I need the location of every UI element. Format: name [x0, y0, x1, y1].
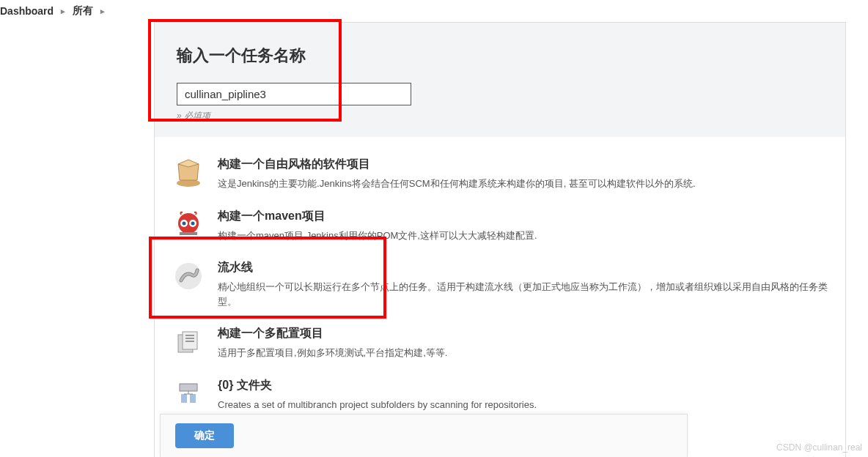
multiconfig-icon: [172, 326, 205, 358]
job-type-desc: Creates a set of multibranch project sub…: [218, 398, 828, 412]
job-type-folder[interactable]: {0} 文件夹 Creates a set of multibranch pro…: [169, 369, 831, 421]
page-title: 输入一个任务名称: [177, 45, 823, 67]
job-type-desc: 构建一个maven项目.Jenkins利用你的POM文件,这样可以大大减轻构建配…: [218, 228, 828, 243]
freestyle-icon: [172, 157, 205, 189]
job-type-desc: 精心地组织一个可以长期运行在多个节点上的任务。适用于构建流水线（更加正式地应当称…: [218, 280, 828, 308]
svg-rect-14: [181, 394, 187, 403]
svg-point-4: [183, 221, 186, 225]
svg-point-7: [175, 263, 202, 289]
job-type-title: 构建一个maven项目: [218, 209, 828, 224]
job-type-desc: 适用于多配置项目,例如多环境测试,平台指定构建,等等.: [218, 346, 828, 360]
svg-rect-15: [190, 394, 196, 403]
job-type-multiconfig[interactable]: 构建一个多配置项目 适用于多配置项目,例如多环境测试,平台指定构建,等等.: [169, 317, 831, 369]
watermark: CSDN @cullinan_real: [776, 442, 862, 453]
breadcrumb-dashboard[interactable]: Dashboard: [0, 5, 54, 17]
job-type-desc: 这是Jenkins的主要功能.Jenkins将会结合任何SCM和任何构建系统来构…: [218, 177, 828, 191]
job-type-title: 构建一个自由风格的软件项目: [218, 157, 828, 172]
breadcrumb-all[interactable]: 所有: [73, 4, 93, 18]
chevron-right-icon: ▸: [61, 7, 65, 16]
svg-rect-6: [180, 232, 197, 235]
job-type-title: 构建一个多配置项目: [218, 326, 828, 341]
job-type-title: {0} 文件夹: [218, 378, 828, 393]
chevron-right-icon: ▸: [100, 7, 105, 16]
task-name-input[interactable]: [177, 83, 411, 105]
breadcrumb: Dashboard ▸ 所有 ▸: [0, 0, 868, 22]
job-type-list: 构建一个自由风格的软件项目 这是Jenkins的主要功能.Jenkins将会结合…: [155, 137, 845, 457]
required-field-hint[interactable]: » 必填项: [177, 110, 210, 122]
main-panel: 输入一个任务名称 » 必填项 构建一个自由风格的软件项目 这是Jenkins的主…: [154, 22, 846, 457]
pipeline-icon: [172, 260, 205, 292]
ok-button[interactable]: 确定: [175, 423, 234, 448]
svg-point-5: [191, 221, 195, 225]
job-type-pipeline[interactable]: 流水线 精心地组织一个可以长期运行在多个节点上的任务。适用于构建流水线（更加正式…: [169, 251, 831, 317]
footer-bar: 确定: [160, 414, 688, 457]
header-section: 输入一个任务名称 » 必填项: [155, 23, 845, 137]
svg-rect-13: [180, 384, 197, 391]
svg-rect-11: [185, 338, 194, 339]
maven-icon: [172, 209, 205, 241]
job-type-freestyle[interactable]: 构建一个自由风格的软件项目 这是Jenkins的主要功能.Jenkins将会结合…: [169, 148, 831, 200]
job-type-maven[interactable]: 构建一个maven项目 构建一个maven项目.Jenkins利用你的POM文件…: [169, 200, 831, 252]
svg-rect-12: [185, 341, 194, 342]
job-type-title: 流水线: [218, 260, 828, 275]
svg-rect-10: [185, 335, 194, 336]
folder-icon: [172, 378, 205, 410]
